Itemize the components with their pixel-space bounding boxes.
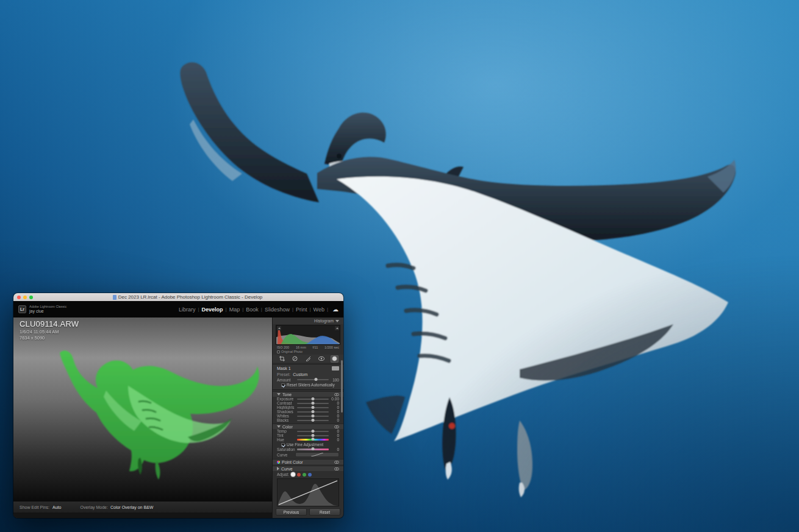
- slider-label: Shadows: [277, 410, 295, 414]
- chevron-right-icon: [277, 467, 279, 470]
- slider-temp[interactable]: Temp 0: [273, 429, 343, 433]
- close-window-button[interactable]: [17, 296, 21, 299]
- curve-channel-blue-button[interactable]: [308, 473, 312, 477]
- slider-knob[interactable]: [312, 434, 315, 437]
- slider-contrast[interactable]: Contrast 0: [273, 401, 343, 405]
- photo-datetime: 1/6/24 11:05:44 AM: [20, 329, 79, 335]
- histogram-chart[interactable]: [276, 325, 340, 345]
- checkbox-icon[interactable]: [281, 443, 285, 447]
- curve-expand-button[interactable]: [295, 452, 339, 457]
- module-web[interactable]: Web: [314, 307, 324, 313]
- photo-column: CLU09114.ARW 1/6/24 11:05:44 AM 7634 x 5…: [13, 317, 272, 518]
- checkbox-icon[interactable]: [281, 383, 285, 387]
- slider-track[interactable]: [297, 420, 329, 421]
- photo-info-overlay: CLU09114.ARW 1/6/24 11:05:44 AM 7634 x 5…: [20, 319, 79, 341]
- eye-toggle-icon[interactable]: [334, 467, 339, 470]
- saturation-slider-track[interactable]: [297, 449, 329, 450]
- masking-tool-icon[interactable]: [331, 355, 339, 363]
- slider-knob[interactable]: [315, 378, 318, 381]
- slider-track[interactable]: [297, 379, 329, 380]
- slider-knob[interactable]: [312, 406, 315, 409]
- histogram-header[interactable]: Histogram: [273, 317, 343, 324]
- slider-hue[interactable]: Hue 0: [273, 438, 343, 442]
- photo-canvas[interactable]: CLU09114.ARW 1/6/24 11:05:44 AM 7634 x 5…: [13, 317, 272, 501]
- identity-block: Adobe Lightroom Classic jay clue: [29, 305, 66, 313]
- module-map[interactable]: Map: [229, 307, 240, 313]
- slider-shadows[interactable]: Shadows 0: [273, 410, 343, 414]
- slider-saturation[interactable]: Saturation 0: [273, 447, 343, 452]
- crop-tool-icon[interactable]: [278, 355, 286, 363]
- color-section-header[interactable]: Color: [273, 424, 343, 429]
- slider-value: 0: [331, 447, 339, 452]
- slider-knob[interactable]: [312, 402, 315, 405]
- fine-adjustment-checkbox-row[interactable]: Use Fine Adjustment: [273, 442, 343, 447]
- module-library[interactable]: Library: [179, 307, 196, 313]
- slider-track[interactable]: [297, 399, 329, 400]
- hue-slider-track[interactable]: [297, 439, 329, 441]
- slider-track[interactable]: [297, 431, 329, 432]
- slider-knob[interactable]: [312, 410, 315, 413]
- color-section-title: Color: [282, 425, 293, 429]
- tone-curve-graph[interactable]: [277, 478, 339, 506]
- slider-label: Temp: [277, 429, 295, 433]
- tone-section-header[interactable]: Tone: [273, 391, 343, 397]
- minimize-window-button[interactable]: [23, 296, 27, 299]
- slider-track[interactable]: [297, 411, 329, 413]
- slider-track[interactable]: [297, 416, 329, 417]
- reset-button[interactable]: Reset: [309, 508, 340, 516]
- adjust-label: Adjust:: [277, 472, 289, 477]
- reset-sliders-checkbox-row[interactable]: Reset Sliders Automatically: [273, 382, 343, 388]
- overlay-mode-value[interactable]: Color Overlay on B&W: [110, 505, 153, 509]
- slider-knob[interactable]: [312, 419, 315, 422]
- slider-knob[interactable]: [312, 397, 315, 400]
- slider-label: Highlights: [277, 405, 295, 410]
- slider-exposure[interactable]: Exposure 0.00: [273, 397, 343, 401]
- mask-item-row[interactable]: Mask 1: [273, 366, 343, 371]
- eye-toggle-icon[interactable]: [334, 393, 339, 396]
- module-slideshow[interactable]: Slideshow: [265, 307, 290, 313]
- eye-toggle-icon[interactable]: [334, 461, 339, 464]
- mask-thumbnail[interactable]: [332, 366, 339, 371]
- module-book[interactable]: Book: [246, 307, 259, 313]
- highlight-clipping-indicator[interactable]: [335, 326, 339, 330]
- slider-track[interactable]: [297, 435, 329, 436]
- curve-section-header[interactable]: Curve: [273, 466, 343, 471]
- curve-channel-red-button[interactable]: [297, 473, 301, 477]
- slider-knob[interactable]: [312, 430, 315, 433]
- zoom-window-button[interactable]: [29, 296, 33, 299]
- checkbox-label: Reset Sliders Automatically: [287, 383, 335, 387]
- curve-channel-all-button[interactable]: [291, 472, 295, 477]
- cloud-sync-icon[interactable]: ☁: [332, 306, 339, 313]
- slider-blacks[interactable]: Blacks 0: [273, 418, 343, 422]
- panel-scrollbar[interactable]: [341, 360, 343, 413]
- point-color-icon: [277, 461, 280, 464]
- module-develop[interactable]: Develop: [202, 307, 223, 313]
- slider-knob[interactable]: [312, 414, 315, 417]
- slider-tint[interactable]: Tint 0: [273, 433, 343, 438]
- previous-button[interactable]: Previous: [276, 508, 307, 516]
- slider-track[interactable]: [297, 407, 329, 408]
- brush-tool-icon[interactable]: [304, 355, 312, 363]
- healing-tool-icon[interactable]: [291, 355, 299, 363]
- show-edit-pins-value[interactable]: Auto: [52, 505, 61, 509]
- eye-toggle-icon[interactable]: [334, 425, 339, 428]
- slider-value: 0: [331, 418, 339, 422]
- slider-knob[interactable]: [312, 438, 315, 441]
- slider-knob[interactable]: [312, 447, 315, 450]
- point-color-section-header[interactable]: Point Color: [273, 459, 343, 464]
- red-eye-tool-icon[interactable]: [317, 355, 325, 363]
- slider-track[interactable]: [297, 403, 329, 404]
- preset-value[interactable]: Custom: [293, 372, 307, 377]
- preset-row[interactable]: Preset: Custom: [273, 371, 343, 377]
- slider-amount[interactable]: Amount 100: [273, 377, 343, 382]
- module-print[interactable]: Print: [296, 307, 307, 313]
- point-color-title: Point Color: [282, 460, 303, 464]
- chevron-down-icon: [335, 320, 339, 322]
- curve-channel-green-button[interactable]: [303, 473, 306, 477]
- slider-highlights[interactable]: Highlights 0: [273, 405, 343, 410]
- tone-section-title: Tone: [282, 392, 292, 397]
- module-separator: |: [198, 307, 199, 312]
- exif-row: ISO 200 16 mm f/11 1/200 sec: [273, 345, 343, 349]
- slider-whites[interactable]: Whites 0: [273, 414, 343, 418]
- shadow-clipping-indicator[interactable]: [277, 326, 281, 330]
